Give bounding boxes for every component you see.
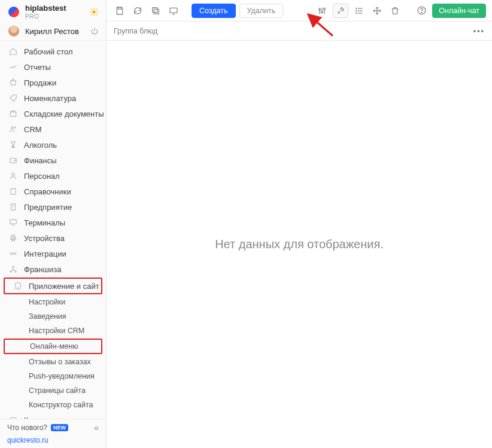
- sidebar-item-app-site[interactable]: Приложение и сайт: [5, 279, 101, 293]
- printer-icon: [8, 233, 18, 243]
- collapse-icon[interactable]: «: [94, 423, 99, 432]
- svg-point-14: [12, 173, 15, 176]
- svg-point-27: [17, 288, 18, 288]
- sidebar-item-label: Интеграции: [24, 249, 66, 258]
- home-icon: [8, 47, 18, 56]
- sidebar-sub-settings[interactable]: Настройки: [0, 295, 106, 309]
- svg-point-37: [356, 10, 357, 11]
- svg-point-38: [356, 13, 357, 13]
- sidebar-item-label: Отзывы о заказах: [29, 358, 91, 366]
- sidebar-item-loyalty[interactable]: Карты лояльности: [0, 412, 106, 419]
- create-button[interactable]: Создать: [192, 4, 236, 18]
- power-icon[interactable]: [90, 27, 99, 35]
- sidebar-sub-locations[interactable]: Заведения: [0, 309, 106, 324]
- svg-point-0: [92, 10, 95, 13]
- sidebar-item-reports[interactable]: Отчеты: [0, 59, 106, 75]
- whats-new[interactable]: Что нового? NEW «: [7, 423, 99, 432]
- delete-button[interactable]: Удалить: [239, 4, 284, 18]
- sidebar-item-label: Конструктор сайта: [29, 401, 93, 409]
- sidebar-item-dashboard[interactable]: Рабочий стол: [0, 44, 106, 59]
- online-chat-button[interactable]: Онлайн-чат: [432, 4, 486, 18]
- site-link[interactable]: quickresto.ru: [7, 436, 99, 444]
- user-row[interactable]: Кирилл Рестов: [0, 22, 106, 41]
- svg-point-13: [14, 160, 16, 161]
- sidebar-sub-online-menu[interactable]: Онлайн-меню: [5, 340, 101, 353]
- svg-rect-29: [118, 7, 121, 9]
- refresh-icon[interactable]: [130, 4, 145, 18]
- svg-rect-16: [11, 204, 16, 211]
- sidebar-item-label: Справочники: [24, 187, 71, 196]
- sidebar-item-terminals[interactable]: Терминалы: [0, 215, 106, 230]
- sidebar-item-label: Устройства: [24, 234, 65, 243]
- sidebar-item-alcohol[interactable]: Алкоголь: [0, 137, 106, 153]
- topbar: Создать Удалить: [107, 0, 492, 22]
- sidebar-sub-site-builder[interactable]: Конструктор сайта: [0, 398, 106, 412]
- sidebar-item-label: Персонал: [24, 172, 60, 181]
- nav: Рабочий стол Отчеты Продажи Номенклатура…: [0, 41, 106, 419]
- svg-point-23: [13, 266, 14, 267]
- trash-icon[interactable]: [388, 4, 402, 18]
- sidebar-item-crm[interactable]: CRM: [0, 121, 106, 137]
- sidebar-sub-reviews[interactable]: Отзывы о заказах: [0, 355, 106, 369]
- tools-icon[interactable]: [333, 4, 348, 18]
- box-icon: [8, 109, 18, 118]
- content-area: Нет данных для отображения.: [107, 41, 492, 448]
- sidebar-item-label: Push-уведомления: [29, 372, 95, 380]
- svg-point-40: [421, 12, 422, 13]
- sidebar-item-enterprise[interactable]: Предприятие: [0, 199, 106, 215]
- sidebar-item-label: Предприятие: [24, 203, 72, 212]
- sidebar-item-warehouse[interactable]: Складские документы: [0, 106, 106, 121]
- list-icon[interactable]: [352, 4, 366, 18]
- sidebar-item-label: CRM: [24, 125, 42, 134]
- breadcrumb: Группа блюд: [114, 27, 157, 35]
- link-icon: [8, 249, 18, 258]
- svg-line-7: [91, 14, 92, 15]
- empty-state-text: Нет данных для отображения.: [215, 237, 384, 251]
- sidebar-item-label: Финансы: [24, 156, 57, 165]
- screen-icon[interactable]: [166, 4, 181, 18]
- sidebar-sub-push[interactable]: Push-уведомления: [0, 369, 106, 383]
- sliders-icon[interactable]: [315, 4, 329, 18]
- tablet-icon: [13, 281, 23, 291]
- sidebar-item-personnel[interactable]: Персонал: [0, 168, 106, 184]
- svg-line-6: [96, 14, 97, 15]
- svg-point-10: [11, 127, 14, 129]
- sidebar-item-label: Франшиза: [24, 265, 61, 274]
- svg-point-36: [356, 8, 357, 8]
- sidebar-item-integrations[interactable]: Интеграции: [0, 246, 106, 261]
- sidebar-item-label: Настройки: [29, 298, 65, 306]
- sidebar-item-nomenclature[interactable]: Номенклатура: [0, 90, 106, 106]
- sidebar-item-references[interactable]: Справочники: [0, 184, 106, 199]
- help-icon[interactable]: [414, 4, 429, 18]
- sidebar-sub-site-pages[interactable]: Страницы сайта: [0, 383, 106, 398]
- sun-icon: [89, 7, 99, 17]
- book-icon: [8, 187, 18, 196]
- svg-rect-15: [11, 188, 16, 194]
- sidebar-item-label: Страницы сайта: [29, 386, 86, 395]
- svg-point-22: [14, 252, 16, 255]
- brand-name: hiplabstest: [25, 4, 66, 13]
- sidebar-item-finance[interactable]: Финансы: [0, 153, 106, 168]
- new-badge: NEW: [51, 424, 68, 431]
- sidebar-item-label: Номенклатура: [24, 94, 76, 103]
- glass-icon: [8, 140, 18, 150]
- highlight-online-menu: Онлайн-меню: [4, 339, 102, 354]
- sidebar-item-label: Терминалы: [24, 218, 65, 227]
- save-icon[interactable]: [113, 4, 127, 18]
- svg-rect-9: [10, 112, 16, 117]
- sidebar-sub-crm-settings[interactable]: Настройки CRM: [0, 324, 106, 338]
- chart-icon: [8, 62, 18, 72]
- move-icon[interactable]: [370, 4, 384, 18]
- svg-point-35: [324, 8, 326, 10]
- online-chat-label: Онлайн-чат: [439, 7, 479, 15]
- sidebar-item-devices[interactable]: Устройства: [0, 230, 106, 246]
- people-icon: [8, 124, 18, 134]
- more-icon[interactable]: •••: [473, 27, 485, 35]
- user-icon: [8, 171, 18, 181]
- sidebar-item-franchise[interactable]: Франшиза: [0, 261, 106, 277]
- delete-button-label: Удалить: [247, 7, 276, 15]
- sidebar-item-sales[interactable]: Продажи: [0, 75, 106, 90]
- copy-icon[interactable]: [148, 4, 163, 18]
- brand-block: hiplabstest PRO: [0, 0, 106, 22]
- brand-plan: PRO: [25, 13, 66, 20]
